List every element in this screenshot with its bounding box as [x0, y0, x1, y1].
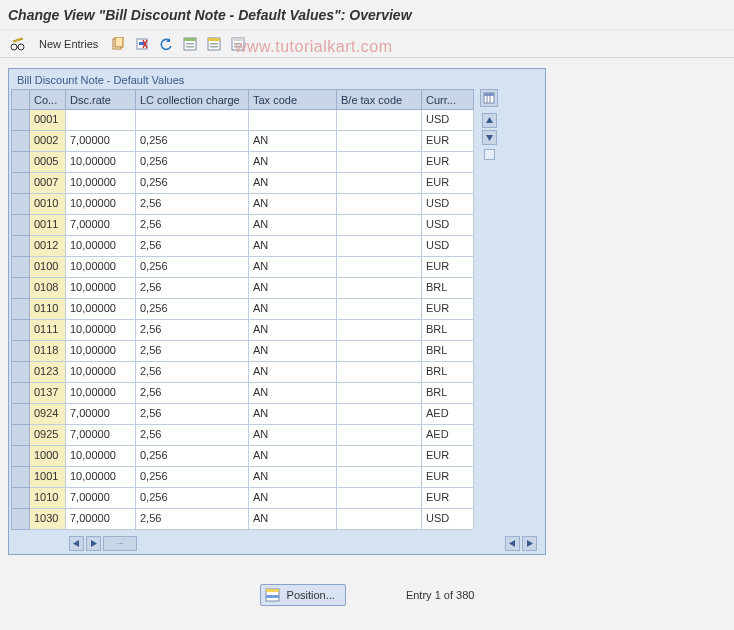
cell-company-value[interactable]: 0108 [30, 278, 65, 298]
cell-company-value[interactable]: 0007 [30, 173, 65, 193]
cell-dsc-rate[interactable]: 10,00000 [66, 194, 136, 215]
row-selector[interactable] [12, 152, 30, 173]
cell-be-tax-value[interactable] [337, 488, 421, 508]
cell-dsc-rate-value[interactable]: 7,00000 [66, 404, 135, 424]
cell-currency-value[interactable]: AED [422, 404, 473, 424]
cell-tax-code-value[interactable]: AN [249, 467, 336, 487]
cell-dsc-rate[interactable]: 10,00000 [66, 320, 136, 341]
col-header-dsc-rate[interactable]: Dsc.rate [66, 90, 136, 110]
row-selector-header[interactable] [12, 90, 30, 110]
row-selector[interactable] [12, 131, 30, 152]
cell-company[interactable]: 0005 [30, 152, 66, 173]
cell-be-tax[interactable] [337, 467, 422, 488]
cell-company-value[interactable]: 1010 [30, 488, 65, 508]
cell-tax-code[interactable]: AN [249, 215, 337, 236]
cell-dsc-rate[interactable]: 10,00000 [66, 383, 136, 404]
cell-currency-value[interactable]: USD [422, 110, 473, 130]
cell-company[interactable]: 0110 [30, 299, 66, 320]
cell-company-value[interactable]: 0925 [30, 425, 65, 445]
cell-lc-charge-value[interactable]: 2,56 [136, 383, 248, 403]
cell-be-tax-value[interactable] [337, 131, 421, 151]
cell-lc-charge-value[interactable] [136, 110, 248, 130]
col-header-be-tax[interactable]: B/e tax code [337, 90, 422, 110]
cell-dsc-rate[interactable]: 10,00000 [66, 152, 136, 173]
cell-lc-charge[interactable]: 2,56 [136, 194, 249, 215]
cell-tax-code-value[interactable]: AN [249, 173, 336, 193]
cell-currency-value[interactable]: EUR [422, 488, 473, 508]
new-entries-button[interactable]: New Entries [32, 34, 105, 54]
cell-company[interactable]: 0010 [30, 194, 66, 215]
cell-lc-charge[interactable]: 2,56 [136, 320, 249, 341]
cell-lc-charge-value[interactable]: 0,256 [136, 173, 248, 193]
cell-currency[interactable]: BRL [422, 383, 474, 404]
cell-dsc-rate[interactable]: 7,00000 [66, 215, 136, 236]
cell-currency[interactable]: USD [422, 215, 474, 236]
cell-dsc-rate[interactable]: 10,00000 [66, 173, 136, 194]
scroll-left-button[interactable] [69, 536, 84, 551]
cell-dsc-rate-value[interactable]: 10,00000 [66, 341, 135, 361]
cell-company-value[interactable]: 0924 [30, 404, 65, 424]
cell-be-tax[interactable] [337, 362, 422, 383]
row-selector[interactable] [12, 110, 30, 131]
col-header-lc-charge[interactable]: LC collection charge [136, 90, 249, 110]
cell-lc-charge[interactable] [136, 110, 249, 131]
cell-tax-code[interactable]: AN [249, 467, 337, 488]
cell-dsc-rate[interactable]: 10,00000 [66, 278, 136, 299]
cell-currency[interactable]: EUR [422, 488, 474, 509]
cell-lc-charge-value[interactable]: 2,56 [136, 215, 248, 235]
cell-dsc-rate[interactable]: 7,00000 [66, 425, 136, 446]
cell-currency[interactable]: USD [422, 110, 474, 131]
cell-tax-code[interactable]: AN [249, 425, 337, 446]
cell-company-value[interactable]: 0137 [30, 383, 65, 403]
cell-tax-code-value[interactable] [249, 110, 336, 130]
cell-be-tax[interactable] [337, 194, 422, 215]
cell-dsc-rate-value[interactable]: 7,00000 [66, 425, 135, 445]
cell-tax-code-value[interactable]: AN [249, 488, 336, 508]
cell-currency[interactable]: EUR [422, 257, 474, 278]
cell-company[interactable]: 0001 [30, 110, 66, 131]
cell-company-value[interactable]: 0111 [30, 320, 65, 340]
cell-dsc-rate[interactable]: 10,00000 [66, 362, 136, 383]
cell-company[interactable]: 1000 [30, 446, 66, 467]
cell-company-value[interactable]: 0010 [30, 194, 65, 214]
cell-lc-charge[interactable]: 0,256 [136, 131, 249, 152]
cell-dsc-rate[interactable]: 10,00000 [66, 446, 136, 467]
cell-be-tax[interactable] [337, 383, 422, 404]
cell-company[interactable]: 0100 [30, 257, 66, 278]
cell-lc-charge[interactable]: 0,256 [136, 488, 249, 509]
row-selector[interactable] [12, 257, 30, 278]
cell-lc-charge-value[interactable]: 2,56 [136, 320, 248, 340]
scroll-right-end-button[interactable] [522, 536, 537, 551]
col-header-currency[interactable]: Curr... [422, 90, 474, 110]
cell-tax-code[interactable]: AN [249, 131, 337, 152]
cell-currency[interactable]: EUR [422, 131, 474, 152]
cell-lc-charge[interactable]: 2,56 [136, 362, 249, 383]
cell-dsc-rate-value[interactable]: 10,00000 [66, 467, 135, 487]
cell-dsc-rate-value[interactable]: 10,00000 [66, 446, 135, 466]
row-selector[interactable] [12, 446, 30, 467]
cell-be-tax-value[interactable] [337, 383, 421, 403]
cell-dsc-rate-value[interactable]: 7,00000 [66, 488, 135, 508]
cell-be-tax[interactable] [337, 257, 422, 278]
cell-dsc-rate-value[interactable]: 7,00000 [66, 509, 135, 529]
cell-dsc-rate-value[interactable]: 10,00000 [66, 362, 135, 382]
cell-lc-charge[interactable]: 0,256 [136, 467, 249, 488]
delete-button[interactable] [131, 34, 153, 54]
cell-company-value[interactable]: 0012 [30, 236, 65, 256]
cell-currency[interactable]: USD [422, 509, 474, 530]
cell-company[interactable]: 1030 [30, 509, 66, 530]
cell-tax-code[interactable]: AN [249, 152, 337, 173]
cell-tax-code[interactable] [249, 110, 337, 131]
cell-be-tax[interactable] [337, 509, 422, 530]
cell-currency[interactable]: EUR [422, 299, 474, 320]
cell-lc-charge-value[interactable]: 2,56 [136, 194, 248, 214]
cell-tax-code-value[interactable]: AN [249, 509, 336, 529]
cell-tax-code[interactable]: AN [249, 320, 337, 341]
cell-currency-value[interactable]: BRL [422, 362, 473, 382]
cell-company-value[interactable]: 0005 [30, 152, 65, 172]
cell-tax-code-value[interactable]: AN [249, 404, 336, 424]
cell-company[interactable]: 0118 [30, 341, 66, 362]
cell-currency[interactable]: EUR [422, 446, 474, 467]
cell-be-tax[interactable] [337, 236, 422, 257]
cell-be-tax-value[interactable] [337, 257, 421, 277]
